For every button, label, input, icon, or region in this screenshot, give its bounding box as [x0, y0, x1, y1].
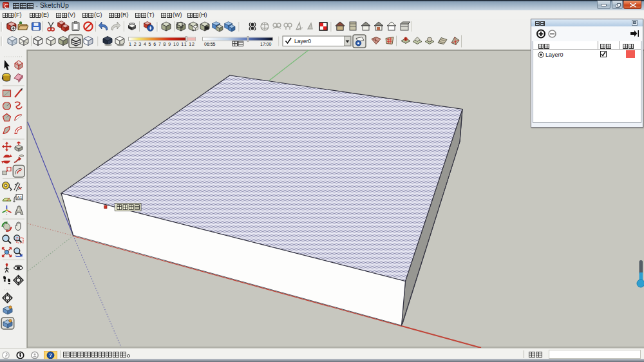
- svg-text:06:55: 06:55: [204, 42, 216, 46]
- svg-text:?: ?: [49, 352, 52, 358]
- svg-text:A1: A1: [17, 195, 23, 200]
- svg-text:Layer0: Layer0: [294, 38, 311, 44]
- svg-text:17:00: 17:00: [260, 42, 272, 46]
- svg-text:1 2 3 4 5 6 7 8 9 10 11 12: 1 2 3 4 5 6 7 8 9 10 11 12: [129, 42, 194, 46]
